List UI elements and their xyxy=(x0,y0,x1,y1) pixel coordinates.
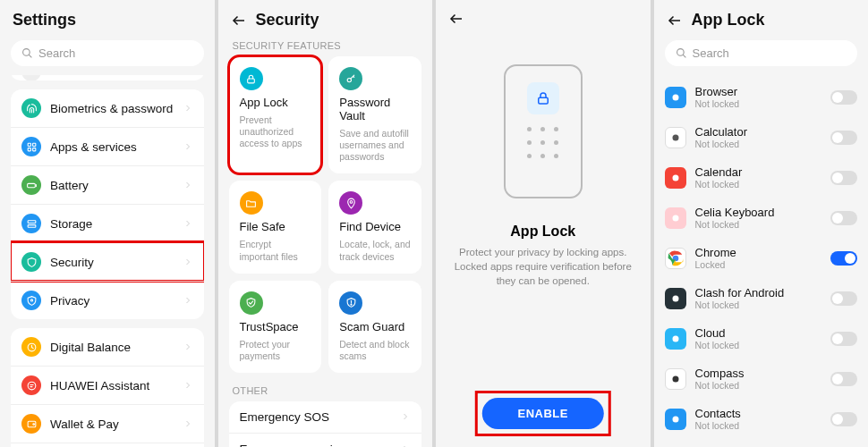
settings-row-digital-balance[interactable]: Digital Balance xyxy=(11,328,204,366)
other-row-emergency-warnings[interactable]: Emergency warnings xyxy=(229,433,422,447)
row-label: HUAWEI Assistant xyxy=(50,379,174,392)
app-row-calendar: CalendarNot locked xyxy=(665,157,858,198)
other-row-emergency-sos[interactable]: Emergency SOS xyxy=(229,401,422,433)
enable-highlight: ENABLE xyxy=(477,392,609,434)
check-icon xyxy=(240,291,263,315)
applock-intro-content: App Lock Protect your privacy by locking… xyxy=(436,34,651,447)
applock-intro-header xyxy=(436,0,651,34)
settings-scroll[interactable]: Biometrics & passwordApps & servicesBatt… xyxy=(0,75,215,447)
app-icon xyxy=(665,167,686,189)
section-label-features: SECURITY FEATURES xyxy=(229,37,422,56)
back-button[interactable] xyxy=(667,13,683,29)
app-row-days-matter: 23Days MatterNot locked xyxy=(665,439,858,447)
lock-icon xyxy=(240,67,263,90)
app-toggle[interactable] xyxy=(830,211,857,225)
tile-password-vault[interactable]: Password VaultSave and autofill username… xyxy=(328,56,421,173)
app-toggle[interactable] xyxy=(830,372,857,386)
settings-row-storage[interactable]: Storage xyxy=(11,204,204,242)
svg-point-22 xyxy=(351,304,352,305)
tile-label: File Safe xyxy=(240,220,311,233)
app-info: ContactsNot locked xyxy=(695,407,822,431)
tile-app-lock[interactable]: App LockPrevent unauthorized access to a… xyxy=(229,56,322,173)
chevron-right-icon xyxy=(183,295,193,306)
settings-row-apps-services[interactable]: Apps & services xyxy=(11,127,204,165)
settings-top-card xyxy=(11,75,204,80)
tile-find-device[interactable]: Find DeviceLocate, lock, and track devic… xyxy=(328,181,421,273)
app-name: Calculator xyxy=(695,125,822,139)
other-group-1: Emergency SOSEmergency warnings xyxy=(229,401,422,447)
app-status: Not locked xyxy=(695,179,822,190)
chevron-right-icon xyxy=(183,418,193,429)
chevron-right-icon xyxy=(183,218,193,229)
app-icon xyxy=(665,248,686,269)
battery-icon xyxy=(21,175,41,195)
settings-row-privacy[interactable]: Privacy xyxy=(11,281,204,319)
app-toggle[interactable] xyxy=(830,291,857,306)
svg-point-36 xyxy=(672,375,678,382)
row-label: Storage xyxy=(50,217,174,231)
scam-icon xyxy=(339,291,362,315)
tile-file-safe[interactable]: File SafeEncrypt important files xyxy=(229,181,322,273)
tile-trustspace[interactable]: TrustSpaceProtect your payments xyxy=(229,281,322,373)
arrow-left-icon xyxy=(231,13,247,29)
app-status: Not locked xyxy=(695,219,822,230)
search-input[interactable]: Search xyxy=(665,40,858,66)
app-name: Browser xyxy=(695,85,822,98)
app-row-browser: BrowserNot locked xyxy=(665,77,858,117)
svg-rect-9 xyxy=(28,224,36,227)
svg-point-37 xyxy=(672,416,678,422)
app-icon xyxy=(665,288,686,309)
app-toggle[interactable] xyxy=(830,90,857,105)
settings-row-biometrics-password[interactable]: Biometrics & password xyxy=(11,89,204,127)
security-scroll[interactable]: SECURITY FEATURES App LockPrevent unauth… xyxy=(218,37,433,447)
tile-scam-guard[interactable]: Scam GuardDetect and block scams xyxy=(328,281,421,373)
app-toggle[interactable] xyxy=(830,131,857,145)
applock-description: Protect your privacy by locking apps. Lo… xyxy=(452,245,634,288)
app-toggle[interactable] xyxy=(830,171,857,185)
row-label: Battery xyxy=(50,179,174,192)
app-name: Chrome xyxy=(695,246,822,259)
tile-desc: Protect your payments xyxy=(240,339,311,362)
settings-row-accessibility-features[interactable]: Accessibility features xyxy=(11,443,204,447)
settings-row-battery[interactable]: Battery xyxy=(11,165,204,204)
app-status: Not locked xyxy=(695,340,822,350)
app-list[interactable]: BrowserNot lockedCalculatorNot lockedCal… xyxy=(654,75,869,447)
applock-list-panel: App Lock Search BrowserNot lockedCalcula… xyxy=(652,0,869,447)
svg-point-12 xyxy=(28,382,36,390)
svg-rect-4 xyxy=(28,148,30,150)
search-input[interactable]: Search xyxy=(11,40,204,66)
svg-point-34 xyxy=(672,295,678,301)
settings-row-wallet-pay[interactable]: Wallet & Pay xyxy=(11,404,204,443)
settings-row-security[interactable]: Security xyxy=(11,242,204,281)
settings-header: Settings xyxy=(0,0,215,37)
page-title: Settings xyxy=(13,11,76,30)
row-label: Digital Balance xyxy=(50,341,174,354)
app-row-clash-for-android: Clash for AndroidNot locked xyxy=(665,278,858,318)
app-row-compass: CompassNot locked xyxy=(665,358,858,399)
back-button[interactable] xyxy=(231,13,247,29)
search-placeholder: Search xyxy=(693,46,729,60)
svg-point-31 xyxy=(672,215,678,221)
row-label: Privacy xyxy=(50,294,174,308)
app-toggle[interactable] xyxy=(830,332,857,346)
privacy-icon xyxy=(21,291,41,310)
app-icon xyxy=(665,368,686,390)
security-tiles: App LockPrevent unauthorized access to a… xyxy=(229,56,422,373)
enable-button[interactable]: ENABLE xyxy=(482,398,604,429)
app-toggle[interactable] xyxy=(830,251,857,266)
settings-row-partial[interactable] xyxy=(11,75,204,80)
back-button[interactable] xyxy=(448,11,464,27)
svg-point-26 xyxy=(677,49,684,56)
generic-icon xyxy=(21,75,41,80)
tile-label: Scam Guard xyxy=(339,320,411,333)
svg-point-28 xyxy=(672,94,678,100)
lock-icon-container xyxy=(527,82,559,114)
app-info: CalculatorNot locked xyxy=(695,125,822,149)
settings-row-huawei-assistant[interactable]: HUAWEI Assistant xyxy=(11,366,204,404)
row-label: Wallet & Pay xyxy=(50,417,174,431)
app-status: Not locked xyxy=(695,299,822,310)
row-label: Security xyxy=(50,256,174,269)
app-toggle[interactable] xyxy=(830,412,857,426)
app-row-chrome: ChromeLocked xyxy=(665,238,858,278)
chevron-right-icon xyxy=(183,257,193,267)
